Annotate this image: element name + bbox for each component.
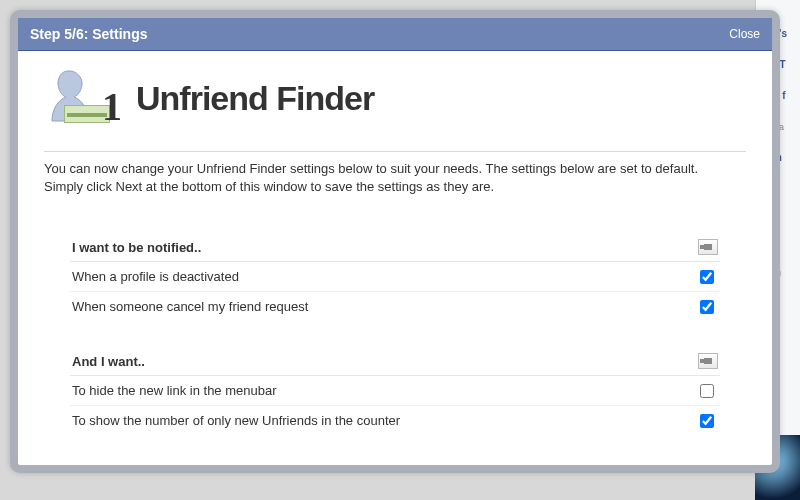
intro-line: You can now change your Unfriend Finder … bbox=[44, 160, 746, 178]
dialog-title: Step 5/6: Settings bbox=[30, 26, 147, 42]
divider bbox=[44, 151, 746, 152]
close-button[interactable]: Close bbox=[729, 27, 760, 41]
group-heading: I want to be notified.. bbox=[72, 240, 201, 255]
settings-dialog: Step 5/6: Settings Close 1 Unfriend Find… bbox=[10, 10, 780, 473]
dialog-header: Step 5/6: Settings Close bbox=[18, 18, 772, 51]
option-label: When a profile is deactivated bbox=[72, 269, 239, 284]
option-checkbox-deactivated[interactable] bbox=[700, 270, 714, 284]
option-row: To show the number of only new Unfriends… bbox=[70, 406, 720, 435]
option-checkbox-show-count[interactable] bbox=[700, 414, 714, 428]
group-heading: And I want.. bbox=[72, 354, 145, 369]
settings-group-notify: I want to be notified.. When a profile i… bbox=[70, 233, 720, 321]
option-row: When someone cancel my friend request bbox=[70, 292, 720, 321]
option-label: When someone cancel my friend request bbox=[72, 299, 308, 314]
intro-text: You can now change your Unfriend Finder … bbox=[44, 160, 746, 195]
unfriend-logo-icon: 1 bbox=[44, 67, 116, 129]
option-row: When a profile is deactivated bbox=[70, 262, 720, 292]
option-label: To hide the new link in the menubar bbox=[72, 383, 277, 398]
option-row: To hide the new link in the menubar bbox=[70, 376, 720, 406]
settings-group-want: And I want.. To hide the new link in the… bbox=[70, 347, 720, 435]
option-checkbox-cancel-request[interactable] bbox=[700, 300, 714, 314]
brand-row: 1 Unfriend Finder bbox=[44, 67, 746, 129]
intro-line: Simply click Next at the bottom of this … bbox=[44, 178, 746, 196]
collapse-toggle-icon[interactable] bbox=[698, 353, 718, 369]
option-label: To show the number of only new Unfriends… bbox=[72, 413, 400, 428]
collapse-toggle-icon[interactable] bbox=[698, 239, 718, 255]
option-checkbox-hide-link[interactable] bbox=[700, 384, 714, 398]
app-title: Unfriend Finder bbox=[136, 79, 374, 118]
